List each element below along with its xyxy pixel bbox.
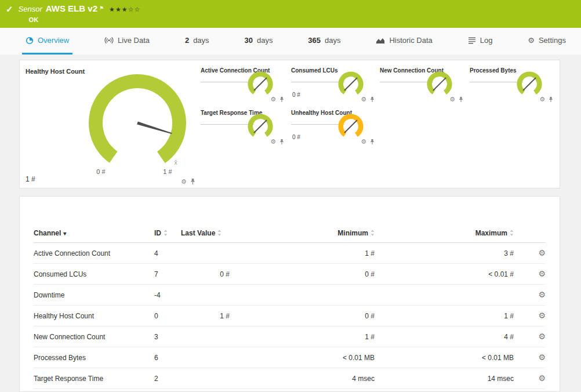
table-row[interactable]: Healthy Host Count 0 1 # 0 # 1 # ⚙ [34, 306, 546, 326]
table-row[interactable]: Active Connection Count 4 1 # 3 # ⚙ [34, 243, 546, 264]
priority-stars[interactable]: ★★★☆☆ [109, 5, 140, 14]
gauge-pin-icon[interactable] [279, 96, 284, 103]
column-label: Minimum [337, 229, 368, 237]
tab-settings[interactable]: ⚙ Settings [524, 28, 569, 55]
sort-desc-icon: ▾ [63, 230, 66, 237]
gauge-settings-icon[interactable]: ⚙ [181, 179, 187, 185]
mini-gauge-active-connection-count: Active Connection Count ⚙ [201, 67, 286, 104]
channel-id: -4 [154, 285, 181, 306]
tab-label: Historic Data [389, 36, 432, 45]
sensor-status-badge: OK [29, 16, 141, 23]
divider [291, 82, 344, 82]
sort-icon[interactable] [510, 230, 514, 236]
sort-icon[interactable] [164, 230, 168, 236]
sort-icon[interactable] [371, 230, 375, 236]
gauge-pin-icon[interactable] [549, 96, 553, 103]
tab-label: Live Data [118, 36, 150, 45]
channels-table-panel: Channel▾ ID Last Value Minimum Maximum [19, 196, 560, 392]
mini-gauge-consumed-lcus: Consumed LCUs 0 # ⚙ [291, 67, 377, 104]
channel-name[interactable]: Target Response Time [34, 368, 154, 389]
tab-365-days[interactable]: 365 days [304, 28, 344, 55]
channel-maximum: 4 # [375, 326, 514, 347]
gauge-settings-icon[interactable]: ⚙ [449, 96, 455, 103]
gauge-settings-icon[interactable]: ⚙ [270, 139, 276, 145]
gauge-needle [137, 122, 172, 135]
tab-2-days[interactable]: 2 days [181, 28, 213, 55]
channel-maximum: 1 # [375, 389, 514, 392]
divider [201, 124, 254, 125]
mini-gauge[interactable] [247, 71, 274, 97]
divider [291, 124, 344, 125]
mini-gauge[interactable] [337, 113, 364, 140]
column-header-id[interactable]: ID [154, 224, 181, 243]
column-header-last-value[interactable]: Last Value [181, 224, 230, 243]
gauge-settings-icon[interactable]: ⚙ [361, 139, 366, 145]
sort-icon[interactable] [217, 230, 221, 236]
channel-maximum: < 0.01 # [375, 264, 514, 285]
table-row[interactable]: New Connection Count 3 1 # 4 # ⚙ [34, 326, 546, 347]
mini-gauge-unhealthy-host-count: Unhealthy Host Count 0 # ⚙ [291, 110, 377, 147]
divider [201, 82, 254, 82]
tab-live-data[interactable]: Live Data [101, 28, 153, 55]
table-row[interactable]: Processed Bytes 6 < 0.01 MB < 0.01 MB ⚙ [34, 347, 546, 368]
channel-minimum: 1 # [230, 326, 375, 347]
column-header-maximum[interactable]: Maximum [375, 224, 514, 243]
channel-settings-icon[interactable]: ⚙ [538, 311, 546, 320]
table-row[interactable]: Downtime -4 ⚙ [34, 285, 546, 306]
tab-label: Log [480, 36, 493, 45]
gauge-pin-icon[interactable] [459, 96, 463, 103]
tab-label-number: 30 [244, 36, 252, 45]
gauge-pin-icon[interactable] [279, 139, 284, 145]
tab-label: days [257, 36, 273, 45]
channel-name[interactable]: Consumed LCUs [34, 264, 154, 285]
channel-settings-icon[interactable]: ⚙ [538, 373, 546, 383]
gauge-settings-icon[interactable]: ⚙ [270, 96, 276, 103]
mini-gauge[interactable] [426, 71, 453, 97]
mini-gauge[interactable] [516, 71, 543, 97]
channel-minimum: 0 # [230, 306, 375, 326]
column-header-minimum[interactable]: Minimum [230, 224, 375, 243]
mini-gauge[interactable] [247, 113, 274, 140]
gauge-settings-icon[interactable]: ⚙ [539, 96, 545, 103]
channel-name[interactable]: Processed Bytes [34, 347, 154, 368]
column-header-channel[interactable]: Channel▾ [34, 224, 154, 243]
channel-name[interactable]: New Connection Count [34, 326, 154, 347]
gauge-pin-icon[interactable] [370, 96, 375, 103]
tab-historic-data[interactable]: Historic Data [372, 28, 435, 55]
channel-name[interactable]: Healthy Host Count [34, 306, 154, 326]
gauge-pin-icon[interactable] [190, 178, 195, 185]
channels-table: Channel▾ ID Last Value Minimum Maximum [34, 224, 546, 392]
flag-icon[interactable]: ⚑ [99, 3, 104, 13]
sensor-title-block: Sensor AWS ELB v2 ⚑ ★★★☆☆ OK [19, 3, 141, 23]
channel-name[interactable]: Active Connection Count [34, 243, 154, 264]
table-row[interactable]: Consumed LCUs 7 0 # 0 # < 0.01 # ⚙ [34, 264, 546, 285]
channel-settings-icon[interactable]: ⚙ [538, 248, 546, 257]
status-ok-icon: ✓ [6, 4, 13, 14]
channel-maximum: 14 msec [375, 368, 514, 389]
column-label: ID [154, 229, 161, 237]
channel-last-value [181, 368, 230, 389]
channel-minimum: < 0.01 MB [230, 347, 375, 368]
mini-gauge-processed-bytes: Processed Bytes ⚙ [470, 67, 555, 104]
column-label: Maximum [475, 229, 507, 237]
gauges-panel: Healthy Host Count 0 # 1 # x̄ 1 # ⚙ Acti… [19, 60, 560, 188]
channel-last-value [181, 285, 230, 306]
tab-30-days[interactable]: 30 days [241, 28, 276, 55]
table-row[interactable]: Unhealthy Host Count 1 0 # 0 # 1 # ⚙ [34, 389, 546, 392]
gauge-settings-icon[interactable]: ⚙ [361, 96, 366, 103]
channel-name[interactable]: Downtime [34, 285, 154, 306]
channel-settings-icon[interactable]: ⚙ [538, 290, 546, 299]
gauge-pin-icon[interactable] [370, 139, 375, 145]
main-gauge-value: 1 # [26, 175, 35, 183]
tab-label: days [193, 36, 209, 45]
table-row[interactable]: Target Response Time 2 4 msec 14 msec ⚙ [34, 368, 546, 389]
tab-overview[interactable]: Overview [22, 28, 72, 55]
channel-maximum: 3 # [375, 243, 514, 264]
channel-settings-icon[interactable]: ⚙ [538, 269, 546, 278]
tab-log[interactable]: Log [464, 28, 496, 55]
healthy-host-count-gauge[interactable]: 0 # 1 # x̄ [79, 65, 195, 181]
channel-name[interactable]: Unhealthy Host Count [34, 389, 154, 392]
channel-settings-icon[interactable]: ⚙ [538, 353, 546, 362]
mini-gauge[interactable] [337, 71, 364, 97]
channel-settings-icon[interactable]: ⚙ [538, 332, 546, 341]
